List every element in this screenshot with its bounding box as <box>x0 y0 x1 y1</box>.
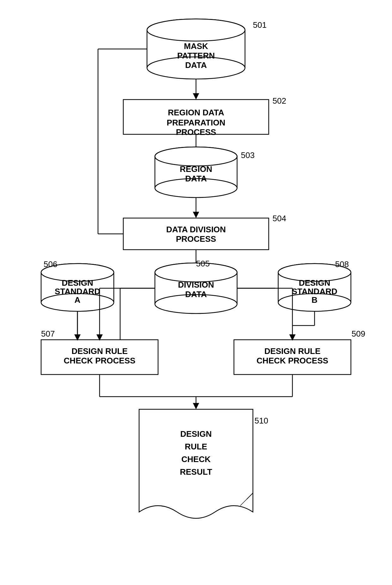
node-501-label-3: DATA <box>185 60 207 70</box>
node-506-label-3: A <box>75 295 81 305</box>
node-501-label-2: PATTERN <box>177 51 215 60</box>
ref-507: 507 <box>41 329 55 338</box>
node-506-label-1: DESIGN <box>62 278 93 288</box>
node-507-label-1: DESIGN RULE <box>71 346 128 356</box>
ref-503: 503 <box>241 150 254 160</box>
node-502-label-2: PREPARATION <box>167 118 225 127</box>
ref-510: 510 <box>254 416 268 425</box>
svg-point-15 <box>155 147 237 166</box>
ref-501: 501 <box>253 20 266 30</box>
node-506-label-2: STANDARD <box>55 287 100 296</box>
ref-509: 509 <box>352 329 365 338</box>
node-509-label-1: DESIGN RULE <box>264 346 321 356</box>
node-509-label-2: CHECK PROCESS <box>257 356 328 365</box>
node-508-label-2: STANDARD <box>292 287 337 296</box>
svg-marker-64 <box>193 403 199 409</box>
node-501-label-1: MASK <box>184 41 208 51</box>
node-504-label-2: PROCESS <box>176 234 216 244</box>
node-510-label-3: CHECK <box>181 454 211 464</box>
node-508-label-1: DESIGN <box>299 278 330 288</box>
node-508-label-3: B <box>312 295 318 305</box>
node-505-label-1: DIVISION <box>178 280 214 289</box>
node-510-label-1: DESIGN <box>180 429 212 439</box>
ref-506: 506 <box>44 259 57 269</box>
node-503-label-1: REGION <box>180 164 212 174</box>
node-502-label-1: REGION DATA <box>168 108 224 117</box>
diagram-container: MASK PATTERN DATA 501 REGION DATA PREPAR… <box>0 0 392 585</box>
ref-508: 508 <box>335 259 349 269</box>
svg-point-5 <box>147 19 245 41</box>
node-504-label-1: DATA DIVISION <box>166 225 226 234</box>
node-510-label-2: RULE <box>185 442 207 451</box>
ref-502: 502 <box>273 96 286 106</box>
node-503-label-2: DATA <box>185 174 207 183</box>
node-505-label-2: DATA <box>185 289 207 299</box>
svg-marker-17 <box>193 212 199 218</box>
svg-marker-7 <box>193 93 199 100</box>
node-507-label-2: CHECK PROCESS <box>64 356 136 365</box>
ref-504: 504 <box>273 214 286 223</box>
ref-505: 505 <box>196 259 210 268</box>
node-510-label-4: RESULT <box>180 467 212 477</box>
